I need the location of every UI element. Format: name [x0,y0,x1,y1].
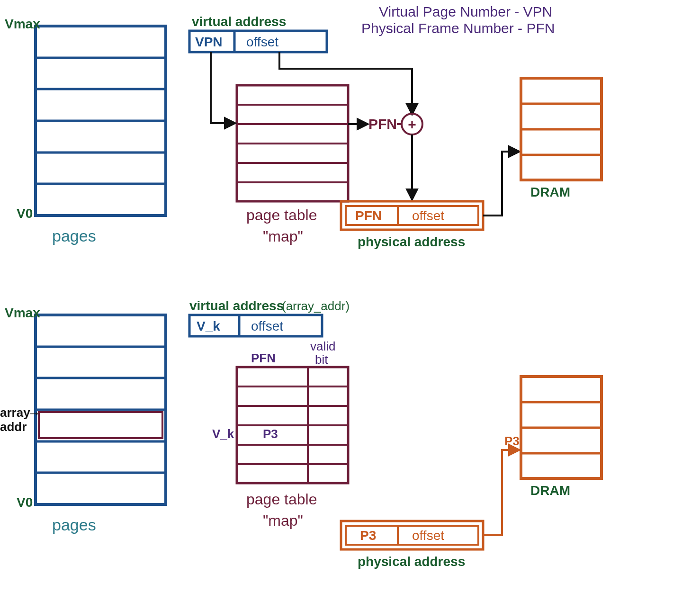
va-vpn-top: VPN [195,35,223,49]
pt-label1-bot: page table [246,491,317,508]
vmax-top: Vmax [5,17,40,31]
pages-top [36,26,166,216]
v0-top: V0 [17,206,33,221]
v0-bot: V0 [17,495,33,510]
array-l1: array [0,405,30,420]
pfn-text-top: PFN [368,116,397,132]
note-vpn: Virtual Page Number - VPN [379,4,552,19]
array-arrow: → [27,406,41,421]
va-vk-bot: V_k [197,319,220,333]
pa-pfn-top: PFN [355,208,382,223]
dram-top [521,78,601,180]
dram-label-top: DRAM [530,185,570,199]
vmax-bot: Vmax [5,306,40,320]
col-valid-2: bit [315,352,328,367]
pages-label-top: pages [52,227,96,245]
row-label-vk: V_k [212,427,234,441]
va-title-bot-2: (array_addr) [282,299,350,313]
pa-off-top: offset [412,208,444,223]
col-valid-1: valid [310,339,335,353]
pa-title-bot: physical address [358,554,465,569]
arrow-pa-to-dram-bot [483,450,519,535]
row-val-p3: P3 [263,427,278,441]
p3-arrow-label: P3 [504,434,520,448]
va-off-top: offset [246,35,278,49]
pt-label1-top: page table [246,207,317,224]
pa-p3-bot: P3 [360,528,376,543]
pages-label-bot: pages [52,516,96,534]
svg-rect-28 [39,412,162,438]
pt-label2-bot: "map" [263,512,303,529]
va-title-bot-1: virtual address [189,298,284,313]
note-pfn: Physical Frame Number - PFN [361,20,555,36]
pt-label2-top: "map" [263,228,303,245]
pa-off-bot: offset [412,528,444,543]
dram-label-bot: DRAM [530,483,570,498]
pa-title-top: physical address [358,234,465,249]
array-l2: addr [0,420,27,434]
va-title-top: virtual address [192,14,286,29]
dram-bot [521,377,601,478]
va-off-bot: offset [251,319,283,333]
page-table-top [237,85,348,201]
plus-sign-top: + [408,117,416,132]
col-pfn: PFN [251,351,276,365]
arrow-pa-to-dram-top [483,152,519,216]
arrow-vpn-to-pt-top [211,52,234,123]
pages-bot [36,315,166,504]
page-table-bot [237,367,348,483]
